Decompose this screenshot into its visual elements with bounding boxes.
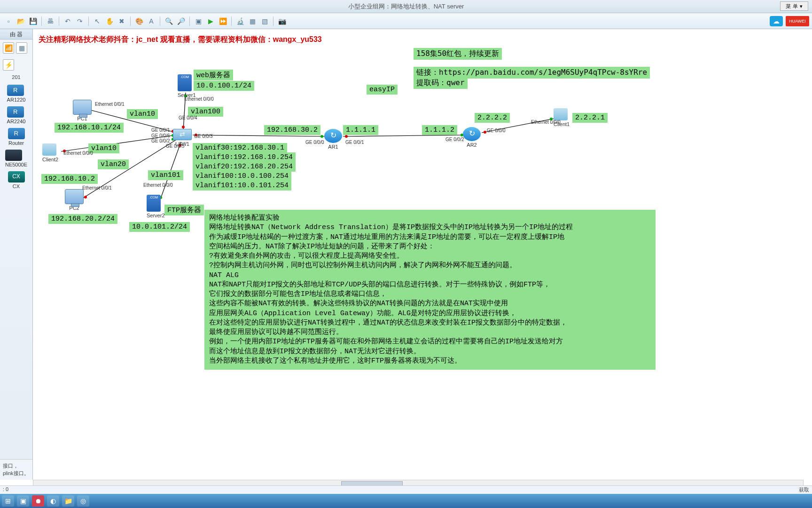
group-icon[interactable]: ▦ xyxy=(247,16,258,27)
essay-p8: 它们报文的数据部分可能包含IP地址信息或者端口信息， xyxy=(209,290,651,299)
menu-button[interactable]: 菜 单 xyxy=(780,1,808,11)
device-pc1[interactable]: PC1 xyxy=(73,100,92,121)
toolbar: ▫ 📂 💾 🖶 ↶ ↷ ↖ ✋ ✖ 🎨 A 🔍 🔎 ▣ ▶ ⏩ 🔬 ▦ ▧ 📷 … xyxy=(0,13,812,29)
palette-tab-grid[interactable]: ▦ xyxy=(16,42,27,54)
label-client2-ip: 192.168.10.2 xyxy=(41,174,98,184)
open-icon[interactable]: 📂 xyxy=(15,16,26,27)
chip-icon[interactable]: ▣ xyxy=(193,16,204,27)
port-server1: Ethernet 0/0/0 xyxy=(184,96,214,102)
taskbar-app-obs[interactable]: ◎ xyxy=(77,495,89,507)
status-bar: : 0 获取 xyxy=(0,485,812,494)
essay-p9: 这些内容不能被NAT有效的转换。解决这些特殊协议的NAT转换问题的方法就是在NA… xyxy=(209,299,651,309)
port-server2: Ethernet 0/0/0 xyxy=(143,183,173,188)
separator xyxy=(273,16,273,26)
essay-p6: NAT ALG xyxy=(209,271,651,280)
label-ar1-r: 1.1.1.2 xyxy=(422,125,457,135)
port-ar2-g2: GE 0/0/2 xyxy=(445,137,464,142)
essay-title: 网络地址转换配置实验 xyxy=(209,214,651,223)
essay-p16: 当外部网络主机接收了这个私有地址并使用它，这时FTP服务器将表现为不可达。 xyxy=(209,357,651,366)
device-server2[interactable]: Server2 xyxy=(147,195,165,218)
label-ar1-l: 1.1.1.1 xyxy=(343,125,378,135)
delete-icon[interactable]: ✖ xyxy=(116,16,127,27)
port-lsw-g3: GE 0/0/3 xyxy=(194,134,212,139)
svg-point-19 xyxy=(345,135,348,138)
pointer-icon[interactable]: ↖ xyxy=(92,16,103,27)
save-icon[interactable]: 💾 xyxy=(27,16,39,27)
palette-item-ne5000e[interactable]: NE5000E xyxy=(5,150,27,167)
undo-icon[interactable]: ↶ xyxy=(62,16,73,27)
start-button[interactable]: ⊞ xyxy=(2,495,14,507)
info-line3: 提取码：qwer xyxy=(414,77,468,89)
zoom-in-icon[interactable]: 🔍 xyxy=(163,16,174,27)
device-client2[interactable]: Client2 xyxy=(42,143,58,162)
taskbar-app-edge[interactable]: ◐ xyxy=(47,495,59,507)
separator xyxy=(231,16,232,26)
device-server1[interactable]: Server1 xyxy=(178,74,196,98)
palette-item-ar1220[interactable]: RAR1220 xyxy=(7,85,26,103)
device-ar2[interactable]: AR2 xyxy=(463,127,481,148)
port-ar1-g0: GE 0/0/0 xyxy=(305,140,324,145)
label-web-title: web服务器 xyxy=(194,70,233,80)
port-ar1-g1: GE 0/0/1 xyxy=(345,140,364,145)
taskbar-app-explorer[interactable]: 📁 xyxy=(62,495,74,507)
svg-point-7 xyxy=(84,196,87,198)
separator xyxy=(160,16,160,26)
palette-tab-bolt[interactable]: ⚡ xyxy=(3,59,14,71)
banner-text: 关注精彩网络技术老师抖音：jc_net 观看直播，需要课程资料加微信：wangx… xyxy=(39,35,322,45)
camera-icon[interactable]: 📷 xyxy=(276,16,288,27)
device-pc2[interactable]: PC2 xyxy=(65,189,84,211)
separator xyxy=(59,16,59,26)
taskbar-app-ensp[interactable]: ▣ xyxy=(17,495,29,507)
palette-icon[interactable]: 🎨 xyxy=(133,16,145,27)
label-vlanif30: vlanif30:192.168.30.1 xyxy=(193,143,287,153)
device-ar1[interactable]: AR1 xyxy=(324,129,342,150)
port-pc1: Ethernet 0/0/1 xyxy=(95,102,125,107)
svg-line-18 xyxy=(343,135,465,136)
port-lsw-g2: GE 0/0/2 xyxy=(151,138,170,143)
separator xyxy=(41,16,42,26)
new-icon[interactable]: ▫ xyxy=(3,16,14,27)
palette-header: 由 器 xyxy=(0,29,32,40)
taskbar-app-screen[interactable]: ⏺ xyxy=(32,495,44,507)
text-icon[interactable]: A xyxy=(146,16,157,27)
label-vlanif10: vlanif10:192.168.10.254 xyxy=(193,152,296,162)
palette-description: 接口， plink接口。 xyxy=(0,459,32,480)
cloud-icon[interactable]: ☁ xyxy=(770,16,783,26)
label-pc1-ip: 192.168.10.1/24 xyxy=(55,123,124,133)
redo-icon[interactable]: ↷ xyxy=(74,16,86,27)
palette-item-ar2240[interactable]: RAR2240 xyxy=(7,106,26,124)
play-all-icon[interactable]: ⏩ xyxy=(217,16,228,27)
separator xyxy=(189,16,190,26)
essay-p3: 空间枯竭的压力。NAT除了解决IP地址短缺的问题，还带来了两个好处： xyxy=(209,242,651,252)
palette-tab-wifi[interactable]: 📶 xyxy=(3,42,14,54)
inspect-icon[interactable]: 🔬 xyxy=(234,16,246,27)
essay-p5: ?控制内网主机访问外网，同时也可以控制外网主机访问内网，解决了内网和外网不能互通… xyxy=(209,261,651,270)
palette-item-cx[interactable]: CXCX xyxy=(8,171,25,189)
status-right: 获取 xyxy=(799,486,809,493)
port-lsw-g6: GE 0/0/6 xyxy=(151,133,170,138)
separator xyxy=(130,16,131,26)
port-lsw-g1: GE 0/0/1 xyxy=(151,127,170,133)
print-icon[interactable]: 🖶 xyxy=(45,16,56,27)
label-easyip: easyIP xyxy=(367,85,398,95)
essay-p12: 最终使应用层协议可以跨越不同范围运行。 xyxy=(209,328,651,337)
palette-code: 201 xyxy=(0,73,32,81)
ungroup-icon[interactable]: ▧ xyxy=(259,16,270,27)
separator xyxy=(88,16,89,26)
status-left: : 0 xyxy=(3,486,8,493)
label-pc2-ip: 192.168.20.2/24 xyxy=(48,214,117,224)
port-client2: Ethernet 0/0/0 xyxy=(63,151,93,156)
label-client1-ip: 2.2.2.1 xyxy=(572,113,608,123)
essay-p7: NAT和NAPT只能对IP报文的头部地址和TCP/UDP头部的端口信息进行转换。… xyxy=(209,280,651,290)
os-taskbar: ⊞ ▣ ⏺ ◐ 📁 ◎ xyxy=(0,494,812,508)
essay-p10: 应用层网关ALG（Application Level Gateway）功能。AL… xyxy=(209,309,651,318)
play-icon[interactable]: ▶ xyxy=(205,16,216,27)
palette-item-router[interactable]: RRouter xyxy=(8,128,25,146)
port-lsw-g4: GE 0/0/4 xyxy=(179,115,197,120)
zoom-out-icon[interactable]: 🔎 xyxy=(175,16,187,27)
label-vlanif100: vlanif100:10.0.100.254 xyxy=(193,171,291,181)
topology-canvas[interactable]: 关注精彩网络技术老师抖音：jc_net 观看直播，需要课程资料加微信：wangx… xyxy=(33,29,812,480)
label-lsw-gw: 192.168.30.2 xyxy=(264,125,320,135)
essay-p2: 作为减缓IP地址枯竭的一种过渡方案，NAT通过地址重用的方法来满足IP地址的需要… xyxy=(209,233,651,242)
hand-icon[interactable]: ✋ xyxy=(104,16,115,27)
